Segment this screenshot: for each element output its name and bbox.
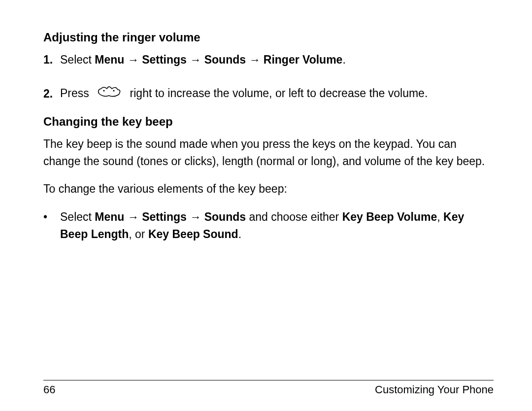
svg-point-1 bbox=[113, 90, 115, 91]
document-page: Adjusting the ringer volume 1. Select Me… bbox=[0, 0, 532, 411]
footer-rule bbox=[43, 380, 494, 380]
menu-path-menu: Menu bbox=[95, 53, 124, 66]
step-number: 1. bbox=[43, 52, 60, 68]
paragraph-key-beep-instr: To change the various elements of the ke… bbox=[43, 180, 494, 198]
bullet-key-beep-path: • Select Menu → Settings → Sounds and ch… bbox=[43, 208, 494, 243]
svg-point-0 bbox=[103, 90, 105, 91]
paragraph-key-beep-desc: The key beep is the sound made when you … bbox=[43, 136, 494, 170]
menu-path-settings: Settings bbox=[142, 53, 187, 66]
page-number: 66 bbox=[43, 383, 55, 396]
text-after-icon: right to increase the volume, or left to… bbox=[127, 86, 428, 99]
period: . bbox=[238, 228, 241, 240]
arrow-icon: → bbox=[128, 54, 139, 66]
step-2: 2. Press right to increase the volume, o… bbox=[43, 84, 494, 104]
text-prefix: Select bbox=[60, 53, 95, 66]
arrow-icon: → bbox=[190, 54, 201, 66]
text-before-icon: Press bbox=[60, 86, 92, 99]
step-1-text: Select Menu → Settings → Sounds → Ringer… bbox=[60, 51, 346, 69]
menu-path-sounds: Sounds bbox=[204, 53, 246, 66]
key-beep-volume: Key Beep Volume bbox=[342, 210, 437, 223]
menu-path-sounds: Sounds bbox=[204, 210, 246, 223]
text-or: , or bbox=[129, 228, 148, 240]
text-mid: and choose either bbox=[246, 210, 342, 223]
menu-path-settings: Settings bbox=[142, 210, 187, 223]
arrow-icon: → bbox=[249, 54, 260, 66]
heading-key-beep: Changing the key beep bbox=[43, 115, 494, 129]
navigation-key-icon bbox=[94, 84, 124, 103]
arrow-icon: → bbox=[128, 211, 139, 223]
heading-ringer-volume: Adjusting the ringer volume bbox=[43, 31, 494, 44]
footer-title: Customizing Your Phone bbox=[375, 383, 494, 396]
menu-path-ringer-volume: Ringer Volume bbox=[264, 53, 343, 66]
bullet-dot: • bbox=[43, 208, 60, 226]
step-1: 1. Select Menu → Settings → Sounds → Rin… bbox=[43, 51, 494, 69]
step-2-text: Press right to increase the volume, or l… bbox=[60, 84, 428, 104]
menu-path-menu: Menu bbox=[95, 210, 124, 223]
page-footer: 66 Customizing Your Phone bbox=[43, 380, 494, 396]
text-prefix: Select bbox=[60, 210, 95, 223]
comma: , bbox=[437, 210, 443, 223]
step-number: 2. bbox=[43, 86, 60, 102]
bullet-text: Select Menu → Settings → Sounds and choo… bbox=[60, 208, 494, 243]
period: . bbox=[342, 53, 345, 66]
key-beep-sound: Key Beep Sound bbox=[148, 228, 238, 240]
arrow-icon: → bbox=[190, 211, 201, 223]
